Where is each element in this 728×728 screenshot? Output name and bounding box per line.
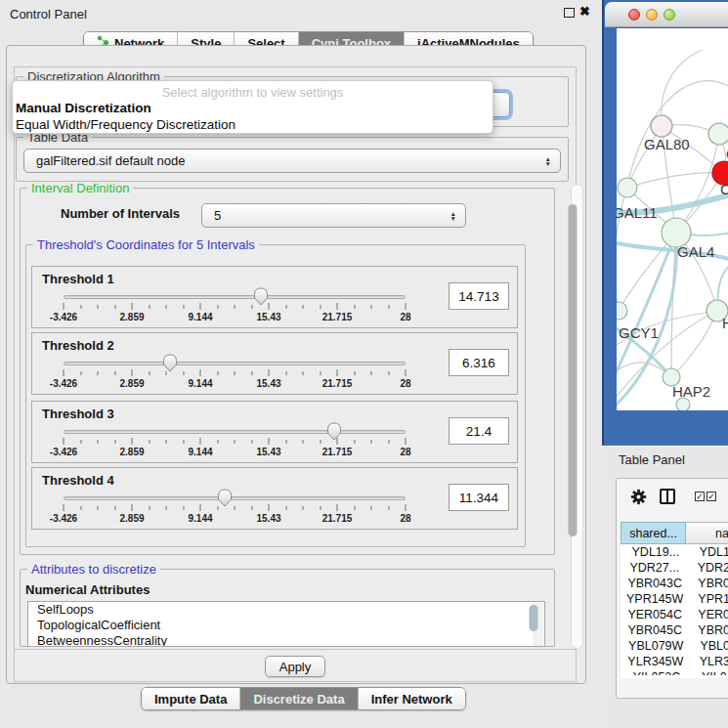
minimize-traffic-light-icon[interactable] [646,9,658,21]
threshold-4-block: Threshold 4-3.4262.8599.14415.4321.71528… [31,467,518,530]
table-panel-body: ✓ ✓ shared... na YDL19...YDL1YDR27...YDR… [616,478,728,699]
network-edge [671,311,717,377]
cell-shared-name: YER054C [621,607,689,622]
bottom-tab-discretize-data[interactable]: Discretize Data [239,688,357,709]
attribute-item-betweennesscentrality[interactable]: BetweennessCentrality [28,633,544,647]
table-row[interactable]: YDL19...YDL1 [621,544,728,560]
threshold-3-block: Threshold 3-3.4262.8599.14415.4321.71528… [31,401,518,463]
node-gal11[interactable] [618,178,637,197]
threshold-1-slider[interactable]: -3.4262.8599.14415.4321.71528 [56,286,413,327]
threshold-2-block: Threshold 2-3.4262.8599.14415.4321.71528… [31,332,518,395]
cell-shared-name: YBR045C [621,622,689,638]
node-partial-right[interactable] [708,123,728,145]
bottom-tab-impute-data[interactable]: Impute Data [142,688,239,709]
threshold-1-block: Threshold 1-3.4262.8599.14415.4321.71528… [31,266,518,328]
slider-thumb[interactable] [162,354,178,372]
network-view-window: GAL80GACGAL11GAL4GCY1HHAP2 [602,0,728,446]
stepper-arrows-icon: ▲▼ [450,211,456,221]
cell-name: YDL1 [691,544,728,560]
slider-tick-label: 15.43 [256,312,280,322]
cell-shared-name: YBL079W [621,638,691,654]
cell-name: YBR0 [689,622,728,638]
scrollbar-thumb[interactable] [530,605,538,631]
slider-tick-label: 2.859 [119,513,144,524]
cell-name: YBL0 [691,638,728,654]
table-header-row: shared... na [621,522,728,544]
node-gal80[interactable] [651,115,672,137]
slider-tick-label: 15.43 [256,447,280,457]
cell-name: YDR2 [689,560,728,576]
number-of-intervals-value: 5 [214,208,221,223]
zoom-traffic-light-icon[interactable] [664,9,675,21]
cell-name: YBR0 [689,576,728,591]
cell-shared-name: YBR043C [621,576,689,591]
threshold-4-slider[interactable]: -3.4262.8599.14415.4321.71528 [56,488,413,529]
bottom-tab-label: Discretize Data [253,692,344,707]
node-label: GAL4 [677,243,714,260]
slider-tick-label: 28 [400,312,410,322]
slider-tick-label: 9.144 [188,513,212,524]
algorithm-option-equal-width-frequency[interactable]: Equal Width/Frequency Discretization [16,117,236,132]
float-window-icon[interactable] [564,8,575,18]
table-row[interactable]: YIL052CYIL0 [621,669,728,675]
number-of-intervals-select[interactable]: 5 ▲▼ [201,203,466,228]
node-label: GAL80 [644,136,690,152]
table-row[interactable]: YDR27...YDR2 [621,560,728,576]
threshold-2-value-field[interactable]: 6.316 [449,349,509,376]
table-row[interactable]: YBR045CYBR0 [621,622,728,638]
slider-tick-label: 9.144 [188,312,212,322]
checkbox-icon[interactable]: ✓ [695,492,705,501]
close-traffic-light-icon[interactable] [628,9,640,21]
bottom-tab-infer-network[interactable]: Infer Network [358,688,465,709]
slider-tick-label: 28 [400,447,410,457]
stepper-arrows-icon: ▲▼ [545,156,551,166]
table-data-select-value: galFiltered.sif default node [36,153,185,168]
cell-name: YIL0 [693,669,728,675]
slider-tick-label: 2.859 [119,447,144,457]
settings-vertical-scrollbar[interactable] [571,184,583,649]
slider-thumb[interactable] [253,287,269,306]
network-canvas[interactable]: GAL80GACGAL11GAL4GCY1HHAP2 [617,28,728,410]
network-window-titlebar[interactable] [605,2,728,27]
scrollbar-thumb[interactable] [569,204,578,536]
network-edge [627,173,724,188]
algorithm-option-manual-discretization[interactable]: Manual Discretization [16,101,151,115]
slider-tick-label: 2.859 [119,312,144,322]
cell-shared-name: YLR345W [621,654,691,669]
table-row[interactable]: YER054CYER0 [621,607,728,622]
threshold-2-slider[interactable]: -3.4262.8599.14415.4321.71528 [56,353,413,394]
threshold-1-value-field[interactable]: 14.713 [449,282,509,310]
table-row[interactable]: YBL079WYBL0 [621,638,728,654]
slider-tick-label: -3.426 [50,378,77,389]
split-columns-icon[interactable] [660,489,675,504]
threshold-4-value-field[interactable]: 11.344 [449,484,509,511]
apply-button[interactable]: Apply [265,656,325,677]
slider-thumb[interactable] [217,489,233,507]
slider-track [64,362,406,365]
gear-icon[interactable] [630,489,647,509]
threshold-label: Threshold 1 [42,272,114,286]
network-edge [661,50,703,126]
slider-thumb[interactable] [326,422,342,441]
cell-shared-name: YPR145W [621,591,689,607]
checkbox-icon[interactable]: ✓ [707,492,716,501]
threshold-3-slider[interactable]: -3.4262.8599.14415.4321.71528 [56,421,413,462]
column-header-shared-name[interactable]: shared... [621,522,686,544]
attribute-item-selfloops[interactable]: SelfLoops [28,602,544,618]
table-data-select[interactable]: galFiltered.sif default node ▲▼ [23,149,561,173]
node-gcy1[interactable] [617,302,627,320]
table-row[interactable]: YPR145WYPR1 [621,591,728,607]
table-panel-title: Table Panel [619,452,685,467]
threshold-3-value-field[interactable]: 21.4 [449,417,509,445]
close-icon[interactable]: ✖ [579,4,590,19]
table-row[interactable]: YLR345WYLR3 [621,654,728,669]
column-header-name[interactable]: na [686,522,728,544]
attribute-item-topologicalcoefficient[interactable]: TopologicalCoefficient [28,618,544,633]
table-row[interactable]: YBR043CYBR0 [621,576,728,591]
slider-tick-label: 21.715 [322,513,353,524]
cell-name: YLR3 [691,654,728,669]
node-table: shared... na YDL19...YDL1YDR27...YDR2YBR… [621,522,728,678]
attributes-list-scrollbar[interactable] [533,603,543,646]
slider-tick-label: -3.426 [50,447,77,457]
application-screen: Control Panel ✖ NetworkStyleSelectCyni T… [0,0,728,728]
